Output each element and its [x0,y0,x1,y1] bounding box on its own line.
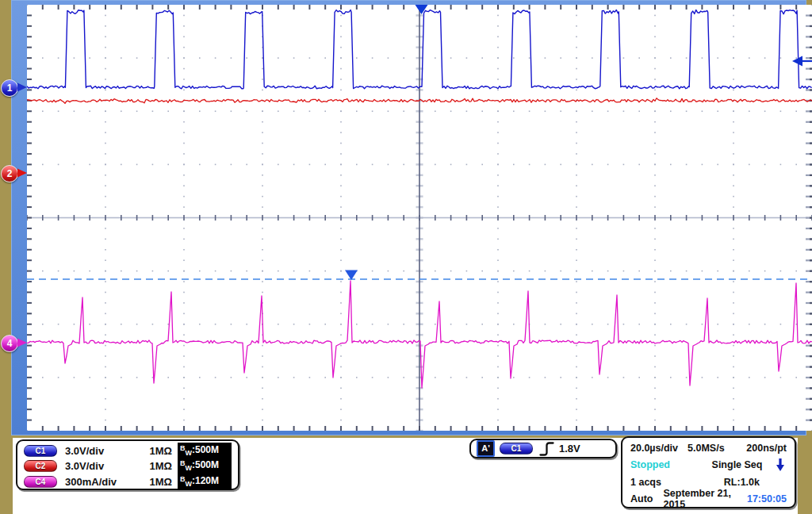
graticule [27,5,812,431]
channel-readout-panel[interactable]: C13.0V/div1MΩBW:500MC23.0V/div1MΩBW:500M… [16,439,239,490]
measurement-cursor-marker[interactable] [345,270,358,281]
time-readout: 17:50:05 [747,493,787,504]
acquisition-readout-panel[interactable]: 20.0µs/div 5.0MS/s 200ns/pt Stopped Sing… [621,436,796,508]
channel-pill-c2[interactable]: C2 [24,460,57,472]
trigger-level-arrow[interactable] [792,56,802,67]
channel-row-c4[interactable]: C4300mA/div1MΩBW:120M [24,474,232,489]
record-length-readout: RL:1.0k [724,477,760,488]
channel-marker-arrow-4 [17,337,28,348]
trigger-channel-pill[interactable]: C1 [500,443,533,455]
channel-row-c2[interactable]: C23.0V/div1MΩBW:500M [24,458,232,474]
timebase-readout: 20.0µs/div [630,443,678,454]
acquisition-mode: Single Seq [699,459,776,470]
channel-scale: 3.0V/div [65,460,104,472]
down-arrow-icon [776,458,785,472]
channel-pill-c4[interactable]: C4 [24,476,57,488]
channel-impedance: 1MΩ [150,460,172,472]
trigger-mode-readout: Auto [630,493,653,504]
acquisition-state: Stopped [630,459,699,470]
channel-impedance: 1MΩ [150,476,172,488]
trigger-level-readout: 1.8V [559,443,580,455]
trigger-readout-panel[interactable]: A' C1 1.8V [469,439,617,458]
channel-bandwidth-badge[interactable]: BW:500M [178,443,232,459]
channel-scale: 300mA/div [65,476,117,488]
channel-marker-2[interactable]: 2 [1,165,18,182]
date-readout: September 21, 2015 [663,488,746,510]
scope-display-frame [11,0,806,435]
rising-slope-icon [539,441,554,457]
trigger-position-marker[interactable] [416,5,428,14]
channel-impedance: 1MΩ [150,445,172,457]
channel-marker-1[interactable]: 1 [1,79,18,97]
trigger-source-badge[interactable]: A' [477,440,495,457]
acquisition-count: 1 acqs [630,477,661,488]
resolution-readout: 200ns/pt [746,443,787,454]
sample-rate-readout: 5.0MS/s [688,443,725,454]
waveform-canvas [27,5,812,431]
channel-marker-arrow-2 [17,167,28,178]
channel-bandwidth-badge[interactable]: BW:500M [178,458,232,474]
channel-marker-4[interactable]: 4 [1,335,18,352]
channel-marker-arrow-1 [17,82,28,93]
channel-pill-c1[interactable]: C1 [24,445,57,457]
channel-scale: 3.0V/div [65,445,104,457]
channel-bandwidth-badge[interactable]: BW:120M [178,474,232,490]
channel-row-c1[interactable]: C13.0V/div1MΩBW:500M [24,443,232,458]
